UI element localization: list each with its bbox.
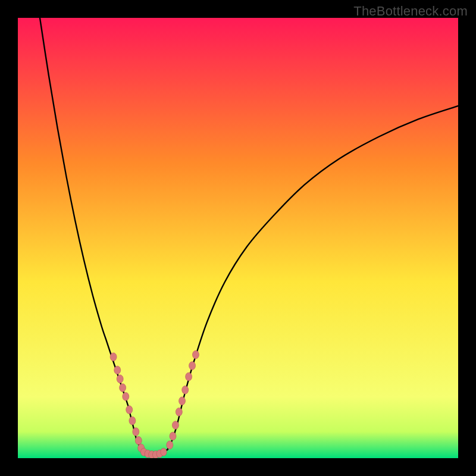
data-marker (133, 428, 139, 436)
chart-svg (18, 18, 458, 458)
data-marker (179, 397, 186, 405)
data-marker (126, 406, 133, 414)
data-marker (110, 353, 117, 361)
data-marker (114, 366, 121, 374)
chart-frame: TheBottleneck.com (0, 0, 476, 476)
data-marker (192, 350, 199, 359)
data-marker (170, 432, 176, 440)
data-marker (161, 448, 167, 456)
gradient-background (18, 18, 458, 458)
data-marker (182, 386, 189, 394)
data-marker (120, 384, 126, 392)
data-marker (123, 393, 129, 401)
data-marker (189, 362, 196, 370)
data-marker (135, 437, 142, 445)
data-marker (117, 375, 123, 383)
data-marker (129, 416, 136, 425)
data-marker (176, 408, 182, 416)
data-marker (167, 441, 173, 449)
plot-area (18, 18, 458, 458)
watermark-text: TheBottleneck.com (353, 4, 468, 19)
data-marker (172, 421, 178, 430)
data-marker (186, 372, 192, 381)
